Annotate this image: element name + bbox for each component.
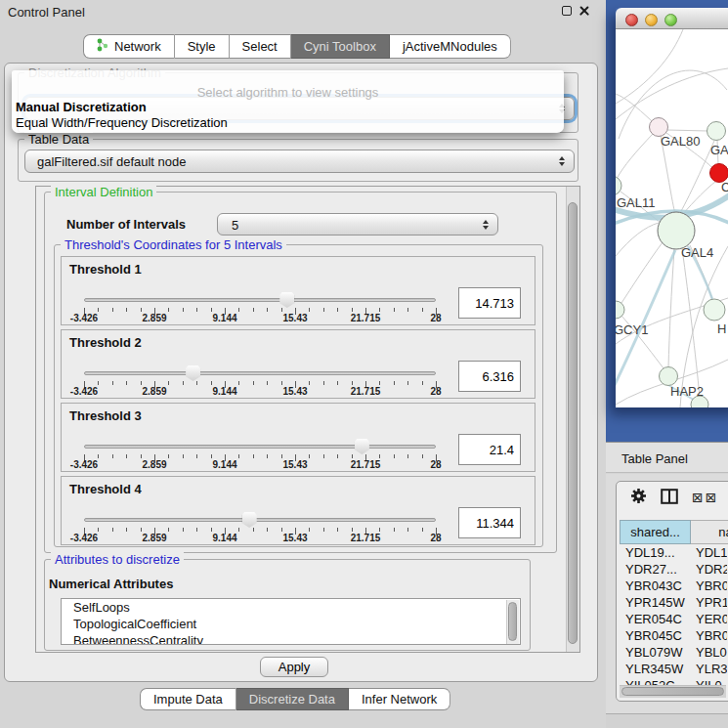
table-row[interactable]: YPR145WYPR1 <box>620 595 727 612</box>
threshold-value-field[interactable] <box>458 361 521 392</box>
network-edge[interactable] <box>616 29 683 104</box>
slider-tick <box>253 528 254 532</box>
slider-tick-label: 15.43 <box>282 533 307 543</box>
numerical-attributes-list[interactable]: SelfLoopsTopologicalCoefficientBetweenne… <box>61 598 521 645</box>
node-label: GAL11 <box>617 195 656 210</box>
network-window: GAL80GACGAL11GAL4GCY1HHAP2 <box>616 8 728 407</box>
slider-tick <box>422 308 423 312</box>
node-label: GCY1 <box>616 322 648 337</box>
slider-tick <box>253 381 254 385</box>
threshold-row: Threshold 4 -3.4262.8599.14415.4321.7152… <box>61 476 535 545</box>
slider-tick-label: -3.426 <box>70 459 98 470</box>
slider-tick-label: 9.144 <box>212 533 236 543</box>
threshold-value-field[interactable] <box>458 507 521 538</box>
node-label: H <box>717 321 726 336</box>
close-light-icon[interactable] <box>625 14 638 26</box>
close-icon[interactable] <box>578 5 590 17</box>
table-row[interactable]: YIL052CYIL0 <box>620 678 727 685</box>
tab-discretize-data[interactable]: Discretize Data <box>236 688 349 710</box>
apply-button[interactable]: Apply <box>260 657 328 677</box>
slider-tick <box>168 528 169 532</box>
horizontal-scrollbar-thumb[interactable] <box>621 687 724 696</box>
slider-track[interactable] <box>84 518 436 522</box>
tab-style[interactable]: Style <box>175 34 230 59</box>
table-row[interactable]: YBR045CYBR0 <box>620 628 727 645</box>
slider-track[interactable] <box>84 445 436 449</box>
slider-tick <box>98 308 99 312</box>
network-edge[interactable] <box>616 223 659 256</box>
slider-tick-label: 21.715 <box>351 459 381 470</box>
slider-thumb[interactable] <box>186 365 200 381</box>
network-node[interactable] <box>707 122 726 141</box>
list-scrollbar-thumb[interactable] <box>508 602 517 641</box>
tab-impute-data[interactable]: Impute Data <box>140 688 236 710</box>
table-data-combobox[interactable]: galFiltered.sif default node <box>24 150 575 173</box>
threshold-value-field[interactable] <box>458 434 521 465</box>
slider-tick <box>323 308 324 312</box>
slider-tick <box>379 528 380 532</box>
slider-tick <box>253 454 254 458</box>
network-edge[interactable] <box>680 141 714 213</box>
table-panel-bottom <box>606 713 728 728</box>
numerical-attribute-item[interactable]: BetweennessCentrality <box>62 632 520 645</box>
slider-tick <box>196 381 197 385</box>
slider-tick <box>211 381 212 385</box>
number-of-intervals-combobox[interactable]: 5 <box>217 213 498 236</box>
tab-cyni-toolbox[interactable]: Cyni Toolbox <box>291 34 390 59</box>
cell-shared-name: YBR045C <box>625 628 682 643</box>
column-header-shared[interactable]: shared... <box>620 520 691 544</box>
network-canvas[interactable]: GAL80GACGAL11GAL4GCY1HHAP2 <box>616 29 728 407</box>
network-node[interactable] <box>704 299 725 321</box>
slider-tick <box>238 528 239 532</box>
float-panel-icon[interactable] <box>562 6 572 16</box>
dropdown-item-manual-discretization[interactable]: Manual Discretization <box>16 100 147 114</box>
zoom-light-icon[interactable] <box>664 14 677 26</box>
cell-shared-name: YLR345W <box>625 662 683 676</box>
numerical-attribute-item[interactable]: TopologicalCoefficient <box>62 616 520 632</box>
panel-title: Control Panel <box>8 5 85 20</box>
dropdown-hint: Select algorithm to view settings <box>12 85 564 100</box>
minimize-light-icon[interactable] <box>645 14 658 26</box>
table-row[interactable]: YBL079WYBL0 <box>620 645 727 662</box>
slider-tick-label: 28 <box>430 459 441 470</box>
dropdown-item-equal-width-frequency[interactable]: Equal Width/Frequency Discretization <box>16 115 228 130</box>
checkbox-icons[interactable]: ⊠⊠ <box>692 490 718 505</box>
slider-thumb[interactable] <box>242 512 257 528</box>
slider-tick <box>211 308 212 312</box>
tab-jactivemnodules[interactable]: jActiveMNodules <box>390 34 511 59</box>
network-window-titlebar[interactable] <box>616 8 728 29</box>
slider-track[interactable] <box>84 371 436 375</box>
column-header-name[interactable]: na <box>691 520 728 544</box>
numerical-attribute-item[interactable]: SelfLoops <box>62 599 520 616</box>
slider-tick <box>196 308 197 312</box>
slider-tick <box>253 308 254 312</box>
slider-tick <box>211 454 212 458</box>
slider-thumb[interactable] <box>355 439 369 454</box>
vertical-scrollbar-thumb[interactable] <box>568 202 578 644</box>
split-column-icon[interactable] <box>661 489 678 508</box>
table-row[interactable]: YDL19...YDL1 <box>620 545 727 562</box>
slider-tick-label: 2.859 <box>142 386 166 397</box>
network-node[interactable] <box>658 212 695 249</box>
tab-select[interactable]: Select <box>230 34 291 59</box>
table-row[interactable]: YLR345WYLR3 <box>620 662 727 678</box>
gear-icon[interactable] <box>630 488 647 508</box>
group-title: Attributes to discretize <box>51 552 184 567</box>
network-node[interactable] <box>616 301 624 319</box>
slider-thumb[interactable] <box>279 292 294 308</box>
network-node[interactable] <box>616 176 621 195</box>
tab-infer-network[interactable]: Infer Network <box>349 688 450 710</box>
threshold-value-field[interactable] <box>458 287 521 319</box>
list-scrollbar[interactable] <box>506 600 519 645</box>
table-row[interactable]: YBR043CYBR0 <box>620 578 727 595</box>
cell-shared-name: YDL19... <box>625 545 675 560</box>
table-row[interactable]: YER054CYER0 <box>620 612 727 628</box>
slider-track[interactable] <box>84 298 436 302</box>
network-edge[interactable] <box>617 134 653 179</box>
node-label: GAL4 <box>681 245 713 260</box>
slider-tick <box>168 454 169 458</box>
tab-network[interactable]: Network <box>83 34 175 59</box>
network-node[interactable] <box>660 367 678 386</box>
network-edge[interactable] <box>667 130 707 131</box>
table-row[interactable]: YDR27...YDR2 <box>620 562 727 578</box>
